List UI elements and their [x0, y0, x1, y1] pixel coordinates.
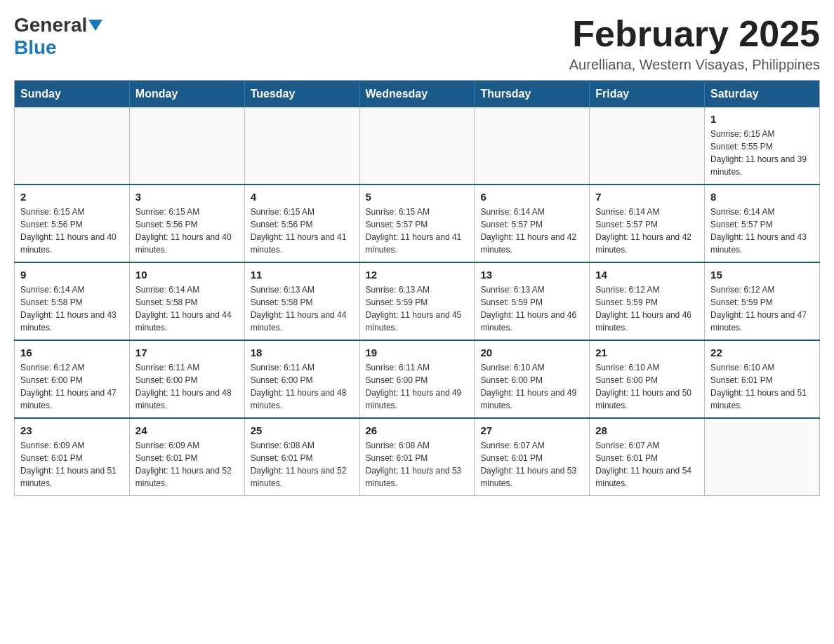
day-info: Sunrise: 6:14 AMSunset: 5:58 PMDaylight:…: [20, 283, 124, 334]
calendar-day-cell: 5Sunrise: 6:15 AMSunset: 5:57 PMDaylight…: [359, 185, 475, 262]
calendar-day-cell: [244, 107, 359, 185]
location-title: Aurelliana, Western Visayas, Philippines: [569, 57, 820, 73]
calendar-day-cell: [359, 107, 475, 185]
day-number: 28: [595, 424, 699, 436]
calendar-day-cell: 12Sunrise: 6:13 AMSunset: 5:59 PMDayligh…: [359, 262, 475, 340]
day-number: 17: [135, 347, 239, 358]
day-number: 20: [480, 347, 583, 358]
logo-general-text: General: [14, 14, 87, 36]
calendar-day-cell: 15Sunrise: 6:12 AMSunset: 5:59 PMDayligh…: [705, 262, 820, 340]
calendar-day-cell: 14Sunrise: 6:12 AMSunset: 5:59 PMDayligh…: [590, 262, 705, 340]
day-number: 14: [595, 269, 699, 281]
calendar-day-cell: 22Sunrise: 6:10 AMSunset: 6:01 PMDayligh…: [705, 340, 820, 418]
day-info: Sunrise: 6:15 AMSunset: 5:57 PMDaylight:…: [366, 206, 469, 256]
calendar-day-cell: [15, 107, 130, 185]
calendar-day-cell: 11Sunrise: 6:13 AMSunset: 5:58 PMDayligh…: [244, 262, 359, 340]
calendar-day-cell: 28Sunrise: 6:07 AMSunset: 6:01 PMDayligh…: [590, 418, 705, 496]
calendar-table: SundayMondayTuesdayWednesdayThursdayFrid…: [14, 80, 820, 496]
day-info: Sunrise: 6:07 AMSunset: 6:01 PMDaylight:…: [595, 439, 699, 490]
calendar-week-row: 2Sunrise: 6:15 AMSunset: 5:56 PMDaylight…: [15, 185, 820, 262]
day-info: Sunrise: 6:10 AMSunset: 6:00 PMDaylight:…: [595, 361, 699, 412]
day-info: Sunrise: 6:15 AMSunset: 5:55 PMDaylight:…: [710, 128, 814, 178]
calendar-day-cell: [475, 107, 590, 185]
day-number: 9: [20, 269, 124, 281]
day-info: Sunrise: 6:15 AMSunset: 5:56 PMDaylight:…: [20, 206, 124, 256]
logo-triangle-icon: [88, 20, 102, 31]
day-number: 26: [366, 424, 469, 436]
day-info: Sunrise: 6:14 AMSunset: 5:57 PMDaylight:…: [595, 206, 699, 256]
day-info: Sunrise: 6:12 AMSunset: 5:59 PMDaylight:…: [595, 283, 699, 334]
day-number: 10: [135, 269, 239, 281]
day-info: Sunrise: 6:10 AMSunset: 6:01 PMDaylight:…: [710, 361, 814, 412]
calendar-day-cell: 16Sunrise: 6:12 AMSunset: 6:00 PMDayligh…: [15, 340, 130, 418]
day-info: Sunrise: 6:11 AMSunset: 6:00 PMDaylight:…: [366, 361, 469, 412]
day-of-week-header: Tuesday: [244, 81, 359, 108]
day-info: Sunrise: 6:15 AMSunset: 5:56 PMDaylight:…: [135, 206, 239, 256]
day-number: 18: [251, 347, 354, 358]
day-info: Sunrise: 6:12 AMSunset: 6:00 PMDaylight:…: [20, 361, 124, 412]
day-number: 16: [20, 347, 124, 358]
day-of-week-header: Monday: [129, 81, 244, 108]
day-number: 21: [595, 347, 699, 358]
calendar-day-cell: 9Sunrise: 6:14 AMSunset: 5:58 PMDaylight…: [15, 262, 130, 340]
logo: General Blue: [14, 14, 104, 59]
day-of-week-header: Friday: [590, 81, 705, 108]
calendar-day-cell: 8Sunrise: 6:14 AMSunset: 5:57 PMDaylight…: [705, 185, 820, 262]
day-number: 6: [480, 191, 583, 203]
day-info: Sunrise: 6:13 AMSunset: 5:58 PMDaylight:…: [251, 283, 354, 334]
calendar-day-cell: 6Sunrise: 6:14 AMSunset: 5:57 PMDaylight…: [475, 185, 590, 262]
calendar-day-cell: [705, 418, 820, 496]
calendar-day-cell: 1Sunrise: 6:15 AMSunset: 5:55 PMDaylight…: [705, 107, 820, 185]
title-section: February 2025 Aurelliana, Western Visaya…: [569, 14, 820, 73]
calendar-day-cell: 25Sunrise: 6:08 AMSunset: 6:01 PMDayligh…: [244, 418, 359, 496]
day-info: Sunrise: 6:10 AMSunset: 6:00 PMDaylight:…: [480, 361, 583, 412]
calendar-day-cell: 21Sunrise: 6:10 AMSunset: 6:00 PMDayligh…: [590, 340, 705, 418]
day-info: Sunrise: 6:13 AMSunset: 5:59 PMDaylight:…: [480, 283, 583, 334]
day-number: 19: [366, 347, 469, 358]
day-info: Sunrise: 6:14 AMSunset: 5:57 PMDaylight:…: [480, 206, 583, 256]
day-info: Sunrise: 6:14 AMSunset: 5:57 PMDaylight:…: [710, 206, 814, 256]
calendar-day-cell: 3Sunrise: 6:15 AMSunset: 5:56 PMDaylight…: [129, 185, 244, 262]
day-number: 7: [595, 191, 699, 203]
day-info: Sunrise: 6:07 AMSunset: 6:01 PMDaylight:…: [480, 439, 583, 490]
calendar-day-cell: [590, 107, 705, 185]
day-of-week-header: Saturday: [705, 81, 820, 108]
day-number: 12: [366, 269, 469, 281]
day-number: 15: [710, 269, 814, 281]
day-info: Sunrise: 6:14 AMSunset: 5:58 PMDaylight:…: [135, 283, 239, 334]
logo-blue-text: Blue: [14, 36, 57, 59]
day-info: Sunrise: 6:11 AMSunset: 6:00 PMDaylight:…: [135, 361, 239, 412]
calendar-day-cell: 24Sunrise: 6:09 AMSunset: 6:01 PMDayligh…: [129, 418, 244, 496]
calendar-day-cell: 20Sunrise: 6:10 AMSunset: 6:00 PMDayligh…: [475, 340, 590, 418]
calendar-week-row: 16Sunrise: 6:12 AMSunset: 6:00 PMDayligh…: [15, 340, 820, 418]
day-number: 22: [710, 347, 814, 358]
day-info: Sunrise: 6:09 AMSunset: 6:01 PMDaylight:…: [20, 439, 124, 490]
day-of-week-header: Wednesday: [359, 81, 475, 108]
calendar-day-cell: 18Sunrise: 6:11 AMSunset: 6:00 PMDayligh…: [244, 340, 359, 418]
day-of-week-header: Thursday: [475, 81, 590, 108]
calendar-week-row: 1Sunrise: 6:15 AMSunset: 5:55 PMDaylight…: [15, 107, 820, 185]
day-number: 25: [251, 424, 354, 436]
month-title: February 2025: [569, 14, 820, 54]
day-info: Sunrise: 6:15 AMSunset: 5:56 PMDaylight:…: [251, 206, 354, 256]
calendar-week-row: 9Sunrise: 6:14 AMSunset: 5:58 PMDaylight…: [15, 262, 820, 340]
day-info: Sunrise: 6:12 AMSunset: 5:59 PMDaylight:…: [710, 283, 814, 334]
calendar-day-cell: 7Sunrise: 6:14 AMSunset: 5:57 PMDaylight…: [590, 185, 705, 262]
day-number: 23: [20, 424, 124, 436]
day-number: 8: [710, 191, 814, 203]
day-number: 27: [480, 424, 583, 436]
calendar-week-row: 23Sunrise: 6:09 AMSunset: 6:01 PMDayligh…: [15, 418, 820, 496]
calendar-day-cell: 27Sunrise: 6:07 AMSunset: 6:01 PMDayligh…: [475, 418, 590, 496]
day-number: 2: [20, 191, 124, 203]
calendar-day-cell: 19Sunrise: 6:11 AMSunset: 6:00 PMDayligh…: [359, 340, 475, 418]
day-number: 1: [710, 113, 814, 125]
calendar-day-cell: 13Sunrise: 6:13 AMSunset: 5:59 PMDayligh…: [475, 262, 590, 340]
calendar-day-cell: 17Sunrise: 6:11 AMSunset: 6:00 PMDayligh…: [129, 340, 244, 418]
day-info: Sunrise: 6:08 AMSunset: 6:01 PMDaylight:…: [366, 439, 469, 490]
calendar-day-cell: 10Sunrise: 6:14 AMSunset: 5:58 PMDayligh…: [129, 262, 244, 340]
calendar-header-row: SundayMondayTuesdayWednesdayThursdayFrid…: [15, 81, 820, 108]
day-number: 13: [480, 269, 583, 281]
calendar-day-cell: [129, 107, 244, 185]
calendar-day-cell: 26Sunrise: 6:08 AMSunset: 6:01 PMDayligh…: [359, 418, 475, 496]
day-info: Sunrise: 6:08 AMSunset: 6:01 PMDaylight:…: [251, 439, 354, 490]
